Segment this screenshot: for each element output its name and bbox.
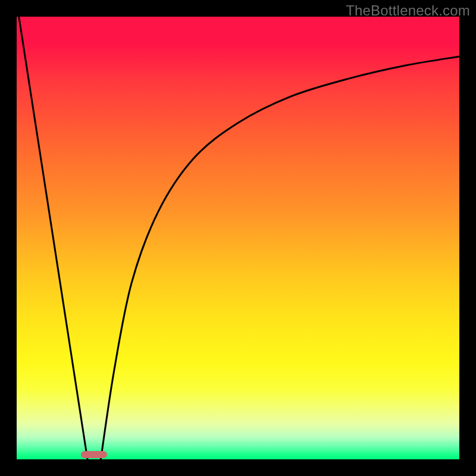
min-marker (81, 451, 107, 458)
watermark-text: TheBottleneck.com (346, 2, 470, 19)
curves-svg (17, 17, 459, 459)
right-curve-path (101, 57, 459, 459)
chart-frame: TheBottleneck.com (0, 0, 476, 476)
plot-area (17, 17, 459, 459)
left-line-path (19, 17, 87, 459)
